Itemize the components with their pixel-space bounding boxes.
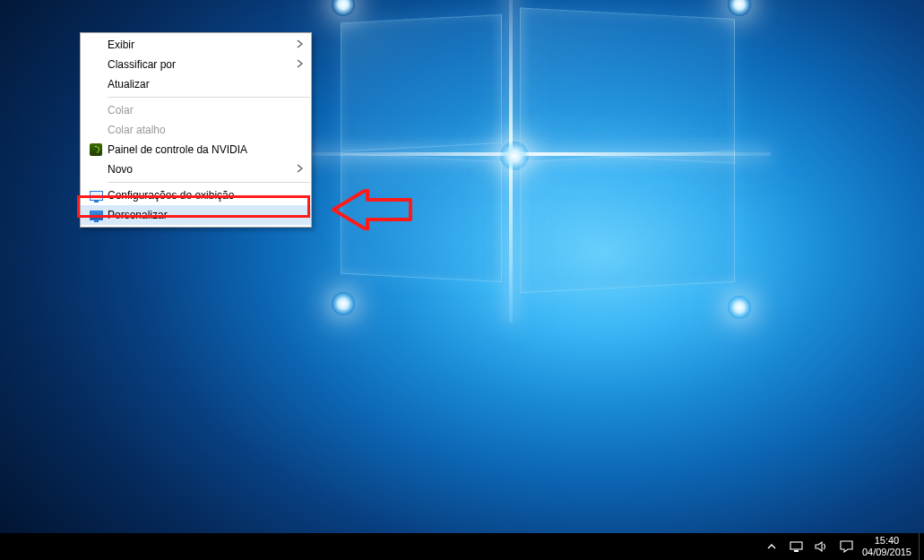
svg-rect-0 <box>790 542 802 549</box>
taskbar-clock[interactable]: 15:40 04/09/2015 <box>859 535 919 557</box>
chevron-right-icon <box>297 59 304 70</box>
system-tray <box>756 538 859 555</box>
menu-item-sort-by[interactable]: Classificar por <box>81 55 311 74</box>
personalize-icon <box>86 211 106 220</box>
action-center-icon[interactable] <box>839 538 855 555</box>
menu-item-label: Configurações de exibição <box>106 189 304 202</box>
chevron-right-icon <box>297 164 304 175</box>
menu-item-nvidia-control-panel[interactable]: Painel de controle da NVIDIA <box>81 140 311 159</box>
clock-date: 04/09/2015 <box>862 547 911 558</box>
network-icon[interactable] <box>789 538 805 555</box>
menu-item-label: Exibir <box>106 39 297 51</box>
show-desktop-button[interactable] <box>919 533 924 560</box>
menu-item-label: Colar <box>106 104 304 116</box>
annotation-arrow-icon <box>332 189 412 234</box>
menu-item-label: Colar atalho <box>106 124 304 136</box>
menu-item-label: Classificar por <box>106 58 297 71</box>
volume-icon[interactable] <box>814 538 830 555</box>
tray-chevron-up-icon[interactable] <box>764 538 780 555</box>
menu-item-label: Atualizar <box>106 78 304 90</box>
menu-item-personalize[interactable]: Personalizar <box>81 205 311 225</box>
wallpaper-windows-logo <box>341 0 789 323</box>
menu-item-label: Novo <box>106 163 297 176</box>
svg-rect-1 <box>794 550 799 552</box>
menu-item-label: Painel de controle da NVIDIA <box>106 143 304 156</box>
taskbar: 15:40 04/09/2015 <box>0 533 924 560</box>
menu-item-view[interactable]: Exibir <box>81 35 311 55</box>
menu-item-refresh[interactable]: Atualizar <box>81 74 311 94</box>
nvidia-icon <box>86 143 106 156</box>
menu-separator <box>108 182 310 183</box>
menu-item-label: Personalizar <box>106 209 304 221</box>
chevron-right-icon <box>297 39 304 50</box>
desktop-context-menu: Exibir Classificar por Atualizar Colar C… <box>80 32 312 228</box>
menu-separator <box>108 97 310 98</box>
menu-item-paste: Colar <box>81 100 311 120</box>
menu-item-paste-shortcut: Colar atalho <box>81 120 311 140</box>
display-icon <box>86 191 106 201</box>
menu-item-new[interactable]: Novo <box>81 159 311 179</box>
clock-time: 15:40 <box>862 535 911 547</box>
menu-item-display-settings[interactable]: Configurações de exibição <box>81 185 311 205</box>
